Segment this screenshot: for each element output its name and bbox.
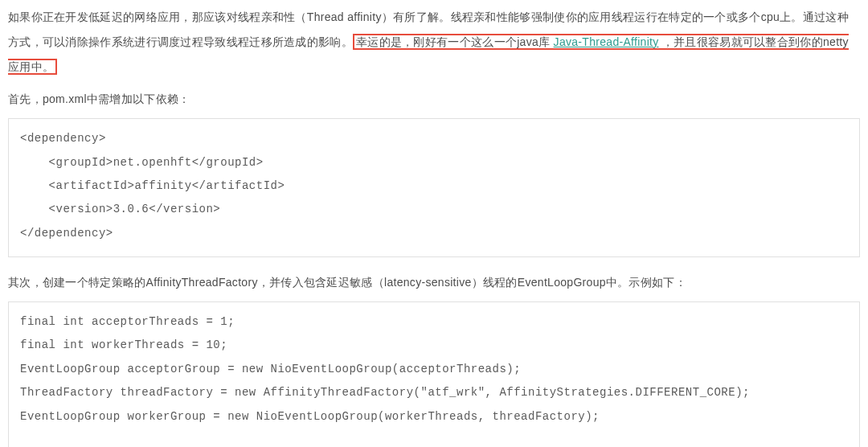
java-code-sample: final int acceptorThreads = 1; final int… <box>8 301 860 447</box>
java-thread-affinity-link[interactable]: Java-Thread-Affinity <box>554 35 659 48</box>
pom-intro: 首先，pom.xml中需增加以下依赖： <box>8 87 860 112</box>
factory-intro: 其次，创建一个特定策略的AffinityThreadFactory，并传入包含延… <box>8 270 860 295</box>
pom-dependency-code: <dependency> <groupId>net.openhft</group… <box>8 118 860 257</box>
highlight-text-before: 幸运的是，刚好有一个这么一个java库 <box>356 35 554 48</box>
intro-paragraph: 如果你正在开发低延迟的网络应用，那应该对线程亲和性（Thread affinit… <box>8 5 860 79</box>
